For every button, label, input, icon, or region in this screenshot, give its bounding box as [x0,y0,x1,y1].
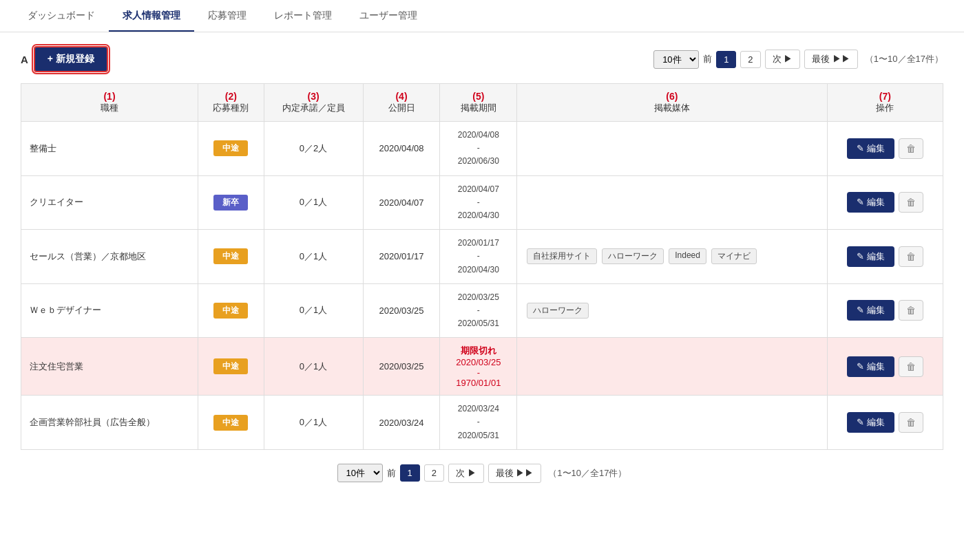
badge-label: 新卒 [213,195,248,211]
media-cell [517,175,827,230]
nav-application-management[interactable]: 応募管理 [194,0,260,32]
data-table: (1) 職種 (2) 応募種別 (3) 内定承諾／定員 (4) 公開日 (5) [21,83,943,450]
job-title-cell: Ｗｅｂデザイナー [21,283,198,338]
nav-job-management[interactable]: 求人情報管理 [109,0,194,32]
page-1-button-bottom[interactable]: 1 [400,464,420,482]
delete-button[interactable]: 🗑 [899,356,923,377]
expired-label: 期限切れ [448,345,508,357]
col-header-media: (6) 掲載媒体 [517,84,827,122]
publish-date-cell: 2020/03/24 [363,396,440,450]
left-section: A + 新規登録 [21,46,108,72]
edit-button[interactable]: ✎ 編集 [847,300,894,321]
page-last-button[interactable]: 最後 ▶▶ [804,50,858,69]
nav-dashboard[interactable]: ダッシュボード [14,0,109,32]
acceptance-cell: 0／1人 [264,396,363,450]
action-buttons: ✎ 編集🗑 [836,356,934,377]
page-next-button-bottom[interactable]: 次 ▶ [448,464,484,483]
acceptance-cell: 0／1人 [264,175,363,230]
action-buttons: ✎ 編集🗑 [836,192,934,213]
col-name-3: 内定承諾／定員 [273,102,355,114]
col-header-action: (7) 操作 [827,84,943,122]
job-title-cell: クリエイター [21,175,198,230]
acceptance-cell: 0／2人 [264,122,363,176]
action-cell: ✎ 編集🗑 [827,283,943,338]
badge-label: 中途 [213,248,248,264]
per-page-select[interactable]: 10件 20件 50件 [653,50,699,69]
col-num-4: (4) [372,91,432,102]
badge-label: 中途 [213,358,248,374]
delete-button[interactable]: 🗑 [899,300,923,321]
col-num-7: (7) [836,91,934,102]
col-num-2: (2) [207,91,255,102]
col-name-5: 掲載期間 [448,102,508,114]
period-text: 2020/03/24-2020/05/31 [448,402,508,442]
badge-label: 中途 [213,415,248,431]
col-num-1: (1) [30,91,189,102]
col-num-5: (5) [448,91,508,102]
nav-user-management[interactable]: ユーザー管理 [346,0,431,32]
badge-label: 中途 [213,140,248,156]
media-tags: 自社採用サイトハローワークIndeedマイナビ [525,247,818,266]
action-cell: ✎ 編集🗑 [827,122,943,176]
badge-cell: 中途 [198,230,264,284]
action-buttons: ✎ 編集🗑 [836,300,934,321]
col-header-publish: (4) 公開日 [363,84,440,122]
delete-button[interactable]: 🗑 [899,192,923,213]
page-1-button[interactable]: 1 [716,51,736,68]
col-name-4: 公開日 [372,102,432,114]
col-name-2: 応募種別 [207,102,255,114]
page-2-button[interactable]: 2 [740,51,760,68]
page-2-button-bottom[interactable]: 2 [424,464,444,482]
bottom-controls: 10件 20件 50件 前 1 2 次 ▶ 最後 ▶▶ （1〜10／全17件） [21,464,943,483]
page-prev-label: 前 [703,53,712,65]
new-register-button[interactable]: + 新規登録 [34,46,108,72]
page-next-button[interactable]: 次 ▶ [765,50,801,69]
badge-cell: 中途 [198,338,264,396]
edit-button[interactable]: ✎ 編集 [847,412,894,433]
job-title-cell: 整備士 [21,122,198,176]
nav-bar: ダッシュボード 求人情報管理 応募管理 レポート管理 ユーザー管理 [0,0,964,32]
delete-button[interactable]: 🗑 [899,138,923,159]
delete-button[interactable]: 🗑 [899,412,923,433]
period-cell: 2020/03/24-2020/05/31 [440,396,517,450]
table-row: 整備士中途0／2人2020/04/082020/04/08-2020/06/30… [21,122,943,176]
main-content: A + 新規登録 10件 20件 50件 前 1 2 次 ▶ 最後 ▶▶ （1〜… [0,32,964,497]
col-num-6: (6) [525,91,818,102]
edit-button[interactable]: ✎ 編集 [847,192,894,213]
edit-button[interactable]: ✎ 編集 [847,356,894,377]
media-cell: ハローワーク [517,283,827,338]
action-cell: ✎ 編集🗑 [827,175,943,230]
page-info-bottom: （1〜10／全17件） [548,467,627,480]
page-info: （1〜10／全17件） [865,53,943,65]
edit-button[interactable]: ✎ 編集 [847,138,894,159]
nav-report-management[interactable]: レポート管理 [260,0,346,32]
job-title-cell: 企画営業幹部社員（広告全般） [21,396,198,450]
media-tags: ハローワーク [525,301,818,320]
col-name-6: 掲載媒体 [525,102,818,114]
edit-button[interactable]: ✎ 編集 [847,246,894,267]
col-header-badge: (2) 応募種別 [198,84,264,122]
action-buttons: ✎ 編集🗑 [836,138,934,159]
action-cell: ✎ 編集🗑 [827,338,943,396]
per-page-select-bottom[interactable]: 10件 20件 50件 [337,464,383,482]
period-cell: 期限切れ2020/03/25-1970/01/01 [440,338,517,396]
media-tag: ハローワーク [527,303,589,319]
badge-label: 中途 [213,303,248,319]
page-last-button-bottom[interactable]: 最後 ▶▶ [488,464,542,483]
action-buttons: ✎ 編集🗑 [836,412,934,433]
period-cell: 2020/01/17-2020/04/30 [440,230,517,284]
media-cell [517,396,827,450]
page-prev-label-bottom: 前 [387,467,396,480]
col-name-7: 操作 [836,102,934,114]
media-cell [517,338,827,396]
media-tag: ハローワーク [602,248,664,264]
col-header-job-title: (1) 職種 [21,84,198,122]
table-row: 企画営業幹部社員（広告全般）中途0／1人2020/03/242020/03/24… [21,396,943,450]
media-cell: 自社採用サイトハローワークIndeedマイナビ [517,230,827,284]
badge-cell: 中途 [198,283,264,338]
period-text: 2020/01/17-2020/04/30 [448,237,508,277]
delete-button[interactable]: 🗑 [899,246,923,267]
table-row: クリエイター新卒0／1人2020/04/072020/04/07-2020/04… [21,175,943,230]
col-header-acceptance: (3) 内定承諾／定員 [264,84,363,122]
col-num-3: (3) [273,91,355,102]
